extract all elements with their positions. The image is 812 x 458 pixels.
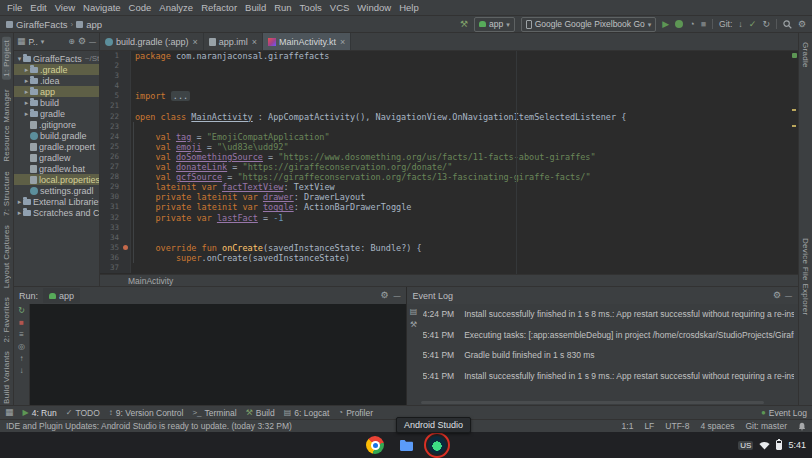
hide-panel-icon[interactable]	[785, 292, 792, 299]
menu-item-edit[interactable]: Edit	[26, 1, 50, 14]
tree-item-settings-gradl[interactable]: settings.gradl	[14, 185, 99, 196]
editor[interactable]: 1package com.naranjaconsal.giraffefacts2…	[100, 51, 798, 274]
gear-icon[interactable]	[380, 291, 388, 300]
menu-item-window[interactable]: Window	[353, 1, 395, 14]
editor-scrollbar[interactable]	[790, 51, 798, 274]
stop-icon[interactable]: ■	[701, 20, 706, 29]
breadcrumb-item-giraffefacts[interactable]: GiraffeFacts	[16, 19, 68, 30]
notifications-bell-icon[interactable]	[798, 422, 806, 431]
refresh-icon[interactable]: ↻	[762, 20, 770, 29]
toolwindow-button-6-logcat[interactable]: ▤6: Logcat	[284, 408, 330, 418]
line-separator[interactable]: LF	[644, 421, 654, 431]
android-studio-app[interactable]	[428, 436, 446, 454]
menu-item-view[interactable]: View	[51, 1, 79, 14]
wrench-icon[interactable]: ⚒	[410, 321, 417, 329]
tool-window-button-resource-manager[interactable]: Resource Manager	[2, 89, 11, 162]
android-studio-icon[interactable]	[428, 436, 446, 454]
toolwindow-button-terminal[interactable]: >_Terminal	[192, 408, 236, 418]
tool-window-button-1-project[interactable]: 1: Project	[2, 37, 11, 80]
up-icon[interactable]: ↑	[20, 354, 24, 364]
device-select[interactable]: Google Google Pixelbook Go	[521, 17, 657, 32]
tool-window-button-gradle[interactable]: Gradle	[801, 42, 810, 68]
gauge-icon[interactable]: ◔	[689, 20, 694, 29]
hammer-icon[interactable]: ⚒	[460, 20, 468, 29]
tree-item-gradlew-bat[interactable]: gradlew.bat	[14, 163, 99, 174]
menu-item-run[interactable]: Run	[270, 1, 295, 14]
menu-item-help[interactable]: Help	[395, 1, 423, 14]
files-app-icon[interactable]	[397, 436, 415, 454]
toolwindow-button-9-version-control[interactable]: ↕9: Version Control	[109, 408, 184, 418]
tree-item-build[interactable]: ▸build	[14, 97, 99, 108]
menu-item-tools[interactable]: Tools	[296, 1, 326, 14]
tree-item-external-libraries[interactable]: ▸External Libraries	[14, 196, 99, 207]
git-branch[interactable]: Git: master	[745, 421, 787, 431]
tree-item-build-gradle[interactable]: build.gradle	[14, 130, 99, 141]
menu-item-build[interactable]: Build	[241, 1, 270, 14]
horizontal-scrollbar[interactable]	[421, 401, 765, 404]
settings-icon[interactable]: ≡	[19, 330, 24, 340]
run-console[interactable]	[30, 304, 406, 405]
tree-item-giraffefacts[interactable]: ▾GiraffeFacts~/St	[14, 53, 99, 64]
menu-item-vcs[interactable]: VCS	[326, 1, 354, 14]
menu-item-navigate[interactable]: Navigate	[79, 1, 125, 14]
close-icon[interactable]: ×	[340, 37, 345, 47]
project-view-title[interactable]: P..	[29, 37, 38, 47]
tree-item-local-properties[interactable]: local.properties	[14, 174, 99, 185]
editor-tab-mainactivity-kt[interactable]: MainActivity.kt×	[263, 33, 351, 50]
tree-item-scratches-and-c[interactable]: ▸Scratches and C	[14, 207, 99, 218]
tree-item-gradlew[interactable]: gradlew	[14, 152, 99, 163]
tool-window-button-layout-captures[interactable]: Layout Captures	[2, 225, 11, 288]
gear-icon[interactable]: ⚙	[798, 20, 806, 29]
close-icon[interactable]: ×	[193, 37, 198, 47]
editor-tab-build-gradle-app[interactable]: build.gradle (:app)×	[100, 33, 204, 50]
breadcrumb-item-app[interactable]: app	[86, 19, 102, 30]
grid-icon[interactable]: ▦	[5, 408, 14, 417]
pin-icon[interactable]: ◎	[18, 342, 25, 352]
toolwindow-button-todo[interactable]: ✓TODO	[66, 408, 100, 418]
toolwindow-button-profiler[interactable]: ◔Profiler	[338, 408, 373, 418]
indent-setting[interactable]: 4 spaces	[700, 421, 734, 431]
play-icon[interactable]: ▶	[662, 20, 669, 29]
tool-window-button-device-file-explorer[interactable]: Device File Explorer	[801, 238, 810, 316]
search-icon[interactable]	[783, 20, 792, 29]
gear-icon[interactable]	[773, 291, 781, 300]
keyboard-layout-badge[interactable]: US	[738, 441, 753, 450]
toolwindow-button-build[interactable]: ⚒Build	[246, 408, 275, 418]
menu-item-refactor[interactable]: Refactor	[197, 1, 241, 14]
close-icon[interactable]: ×	[252, 37, 257, 47]
down-icon[interactable]: ↓	[20, 366, 24, 376]
menu-item-code[interactable]: Code	[125, 1, 156, 14]
tree-item-idea[interactable]: ▸.idea	[14, 75, 99, 86]
tool-window-button-build-variants[interactable]: Build Variants	[2, 351, 11, 404]
stop-icon[interactable]: ■	[19, 318, 24, 328]
editor-tab-app-iml[interactable]: app.iml×	[204, 33, 263, 50]
check-icon[interactable]: ✓	[749, 20, 757, 29]
hide-panel-icon[interactable]	[394, 292, 401, 299]
tree-item-gradle-propert[interactable]: gradle.propert	[14, 141, 99, 152]
rerun-icon[interactable]: ↻	[18, 306, 25, 316]
arrow-down-icon[interactable]: ↓	[738, 20, 743, 29]
caret-position[interactable]: 1:1	[622, 421, 634, 431]
chrome-icon[interactable]	[366, 436, 384, 454]
hide-panel-icon[interactable]	[89, 38, 96, 45]
tool-window-button-7-structure[interactable]: 7: Structure	[2, 171, 11, 216]
toolwindow-button-4-run[interactable]: ▶4: Run	[23, 408, 57, 418]
expand-all-icon[interactable]	[68, 38, 75, 46]
menu-item-file[interactable]: File	[3, 1, 26, 14]
list-icon[interactable]: ▤	[410, 308, 418, 316]
system-tray[interactable]: US 5:41	[738, 432, 806, 458]
tree-item-gradle[interactable]: ▸gradle	[14, 108, 99, 119]
bug-icon[interactable]	[675, 20, 683, 28]
toolwindow-button-event-log[interactable]: ●Event Log	[761, 408, 807, 418]
run-config-select[interactable]: app	[474, 17, 515, 32]
tool-window-button-2-favorites[interactable]: 2: Favorites	[2, 297, 11, 342]
run-tab-app[interactable]: app	[43, 288, 80, 303]
status-message[interactable]: IDE and Plugin Updates: Android Studio i…	[6, 421, 611, 431]
tree-item-gradle[interactable]: ▸.gradle	[14, 64, 99, 75]
file-encoding[interactable]: UTF-8	[665, 421, 689, 431]
tree-item-app[interactable]: ▸app	[14, 86, 99, 97]
project-views-icon[interactable]	[17, 37, 26, 46]
gear-icon[interactable]	[78, 37, 86, 46]
menu-item-analyze[interactable]: Analyze	[155, 1, 197, 14]
editor-breadcrumb[interactable]: MainActivity	[100, 274, 798, 286]
